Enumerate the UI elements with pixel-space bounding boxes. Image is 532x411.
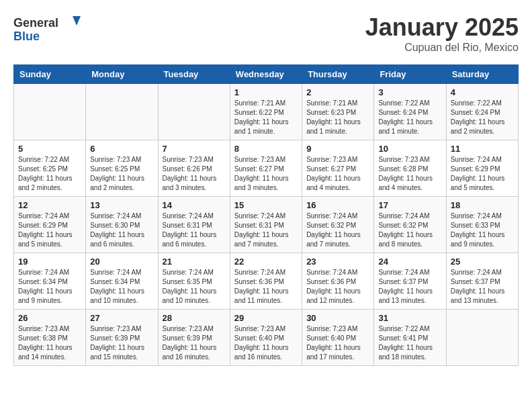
day-info: Sunrise: 7:24 AM Sunset: 6:30 PM Dayligh… — [90, 212, 153, 249]
day-number: 18 — [451, 200, 514, 210]
calendar-day-cell: 26Sunrise: 7:23 AM Sunset: 6:38 PM Dayli… — [14, 310, 86, 366]
calendar-week-row: 1Sunrise: 7:21 AM Sunset: 6:22 PM Daylig… — [14, 84, 519, 140]
day-info: Sunrise: 7:24 AM Sunset: 6:37 PM Dayligh… — [378, 268, 441, 306]
day-number: 9 — [306, 144, 369, 154]
day-info: Sunrise: 7:23 AM Sunset: 6:27 PM Dayligh… — [306, 155, 369, 193]
calendar-day-cell: 14Sunrise: 7:24 AM Sunset: 6:31 PM Dayli… — [158, 197, 230, 253]
calendar-day-cell: 16Sunrise: 7:24 AM Sunset: 6:32 PM Dayli… — [302, 197, 374, 253]
day-number: 28 — [163, 313, 226, 323]
calendar-day-cell: 4Sunrise: 7:22 AM Sunset: 6:24 PM Daylig… — [446, 84, 518, 140]
svg-marker-1 — [73, 16, 81, 26]
calendar-day-cell: 10Sunrise: 7:23 AM Sunset: 6:28 PM Dayli… — [374, 140, 446, 197]
calendar-day-cell: 20Sunrise: 7:24 AM Sunset: 6:34 PM Dayli… — [86, 253, 158, 310]
calendar-day-cell: 9Sunrise: 7:23 AM Sunset: 6:27 PM Daylig… — [302, 140, 374, 197]
day-number: 13 — [90, 200, 153, 210]
weekday-header-cell: Sunday — [14, 65, 86, 84]
day-info: Sunrise: 7:23 AM Sunset: 6:27 PM Dayligh… — [234, 155, 298, 193]
day-number: 3 — [378, 87, 441, 97]
calendar-week-row: 12Sunrise: 7:24 AM Sunset: 6:29 PM Dayli… — [14, 197, 519, 253]
day-number: 30 — [306, 313, 369, 323]
calendar-day-cell: 15Sunrise: 7:24 AM Sunset: 6:31 PM Dayli… — [230, 197, 302, 253]
calendar-day-cell: 23Sunrise: 7:24 AM Sunset: 6:36 PM Dayli… — [302, 253, 374, 310]
calendar-day-cell: 29Sunrise: 7:23 AM Sunset: 6:40 PM Dayli… — [230, 310, 302, 366]
calendar-day-cell — [86, 84, 158, 140]
day-number: 2 — [306, 87, 369, 97]
day-number: 12 — [18, 200, 81, 210]
day-number: 4 — [451, 87, 514, 97]
title-block: January 2025 Cupuan del Rio, Mexico — [365, 13, 519, 54]
weekday-header-cell: Saturday — [446, 65, 518, 84]
day-info: Sunrise: 7:24 AM Sunset: 6:36 PM Dayligh… — [306, 268, 369, 306]
day-info: Sunrise: 7:23 AM Sunset: 6:28 PM Dayligh… — [378, 155, 441, 193]
page-header: General Blue January 2025 Cupuan del Rio… — [13, 13, 519, 54]
weekday-header-cell: Friday — [374, 65, 446, 84]
calendar-table: SundayMondayTuesdayWednesdayThursdayFrid… — [13, 64, 519, 366]
day-number: 7 — [163, 144, 226, 154]
day-number: 10 — [378, 144, 441, 154]
calendar-day-cell: 22Sunrise: 7:24 AM Sunset: 6:36 PM Dayli… — [230, 253, 302, 310]
day-number: 15 — [234, 200, 298, 210]
day-info: Sunrise: 7:24 AM Sunset: 6:34 PM Dayligh… — [18, 268, 81, 306]
day-number: 8 — [234, 144, 298, 154]
calendar-day-cell: 27Sunrise: 7:23 AM Sunset: 6:39 PM Dayli… — [86, 310, 158, 366]
day-number: 31 — [378, 313, 441, 323]
day-info: Sunrise: 7:22 AM Sunset: 6:24 PM Dayligh… — [378, 99, 441, 136]
day-info: Sunrise: 7:23 AM Sunset: 6:38 PM Dayligh… — [18, 324, 81, 362]
calendar-day-cell: 28Sunrise: 7:23 AM Sunset: 6:39 PM Dayli… — [158, 310, 230, 366]
day-info: Sunrise: 7:23 AM Sunset: 6:39 PM Dayligh… — [90, 324, 153, 362]
calendar-day-cell: 3Sunrise: 7:22 AM Sunset: 6:24 PM Daylig… — [374, 84, 446, 140]
calendar-week-row: 5Sunrise: 7:22 AM Sunset: 6:25 PM Daylig… — [14, 140, 519, 197]
day-info: Sunrise: 7:24 AM Sunset: 6:33 PM Dayligh… — [451, 212, 514, 249]
day-number: 1 — [234, 87, 298, 97]
day-number: 27 — [90, 313, 153, 323]
weekday-header-cell: Thursday — [302, 65, 374, 84]
calendar-day-cell: 11Sunrise: 7:24 AM Sunset: 6:29 PM Dayli… — [446, 140, 518, 197]
day-info: Sunrise: 7:22 AM Sunset: 6:41 PM Dayligh… — [378, 324, 441, 362]
calendar-day-cell: 2Sunrise: 7:21 AM Sunset: 6:23 PM Daylig… — [302, 84, 374, 140]
day-info: Sunrise: 7:24 AM Sunset: 6:31 PM Dayligh… — [163, 212, 226, 249]
day-info: Sunrise: 7:24 AM Sunset: 6:36 PM Dayligh… — [234, 268, 298, 306]
day-number: 6 — [90, 144, 153, 154]
day-info: Sunrise: 7:22 AM Sunset: 6:24 PM Dayligh… — [451, 99, 514, 136]
day-info: Sunrise: 7:24 AM Sunset: 6:35 PM Dayligh… — [163, 268, 226, 306]
calendar-day-cell: 30Sunrise: 7:23 AM Sunset: 6:40 PM Dayli… — [302, 310, 374, 366]
calendar-day-cell: 21Sunrise: 7:24 AM Sunset: 6:35 PM Dayli… — [158, 253, 230, 310]
day-info: Sunrise: 7:24 AM Sunset: 6:32 PM Dayligh… — [306, 212, 369, 249]
day-info: Sunrise: 7:23 AM Sunset: 6:25 PM Dayligh… — [90, 155, 153, 193]
calendar-day-cell: 8Sunrise: 7:23 AM Sunset: 6:27 PM Daylig… — [230, 140, 302, 197]
logo: General Blue — [13, 13, 87, 46]
day-number: 5 — [18, 144, 81, 154]
day-number: 14 — [163, 200, 226, 210]
day-number: 29 — [234, 313, 298, 323]
day-info: Sunrise: 7:21 AM Sunset: 6:22 PM Dayligh… — [234, 99, 298, 136]
calendar-day-cell: 5Sunrise: 7:22 AM Sunset: 6:25 PM Daylig… — [14, 140, 86, 197]
day-number: 22 — [234, 257, 298, 267]
calendar-day-cell: 1Sunrise: 7:21 AM Sunset: 6:22 PM Daylig… — [230, 84, 302, 140]
day-number: 20 — [90, 257, 153, 267]
weekday-header-cell: Tuesday — [158, 65, 230, 84]
month-title: January 2025 — [365, 13, 519, 42]
calendar-day-cell — [446, 310, 518, 366]
location-title: Cupuan del Rio, Mexico — [365, 42, 519, 54]
svg-text:General: General — [13, 16, 58, 30]
calendar-day-cell: 17Sunrise: 7:24 AM Sunset: 6:32 PM Dayli… — [374, 197, 446, 253]
day-number: 19 — [18, 257, 81, 267]
svg-text:Blue: Blue — [13, 30, 40, 43]
day-info: Sunrise: 7:24 AM Sunset: 6:34 PM Dayligh… — [90, 268, 153, 306]
calendar-day-cell: 18Sunrise: 7:24 AM Sunset: 6:33 PM Dayli… — [446, 197, 518, 253]
calendar-day-cell: 19Sunrise: 7:24 AM Sunset: 6:34 PM Dayli… — [14, 253, 86, 310]
weekday-header-cell: Monday — [86, 65, 158, 84]
day-number: 23 — [306, 257, 369, 267]
day-info: Sunrise: 7:23 AM Sunset: 6:39 PM Dayligh… — [163, 324, 226, 362]
day-info: Sunrise: 7:24 AM Sunset: 6:31 PM Dayligh… — [234, 212, 298, 249]
day-info: Sunrise: 7:23 AM Sunset: 6:40 PM Dayligh… — [306, 324, 369, 362]
day-number: 21 — [163, 257, 226, 267]
day-number: 25 — [451, 257, 514, 267]
calendar-day-cell: 24Sunrise: 7:24 AM Sunset: 6:37 PM Dayli… — [374, 253, 446, 310]
day-info: Sunrise: 7:24 AM Sunset: 6:32 PM Dayligh… — [378, 212, 441, 249]
day-info: Sunrise: 7:24 AM Sunset: 6:29 PM Dayligh… — [18, 212, 81, 249]
weekday-header-cell: Wednesday — [230, 65, 302, 84]
day-number: 26 — [18, 313, 81, 323]
calendar-week-row: 26Sunrise: 7:23 AM Sunset: 6:38 PM Dayli… — [14, 310, 519, 366]
calendar-body: 1Sunrise: 7:21 AM Sunset: 6:22 PM Daylig… — [14, 84, 519, 366]
